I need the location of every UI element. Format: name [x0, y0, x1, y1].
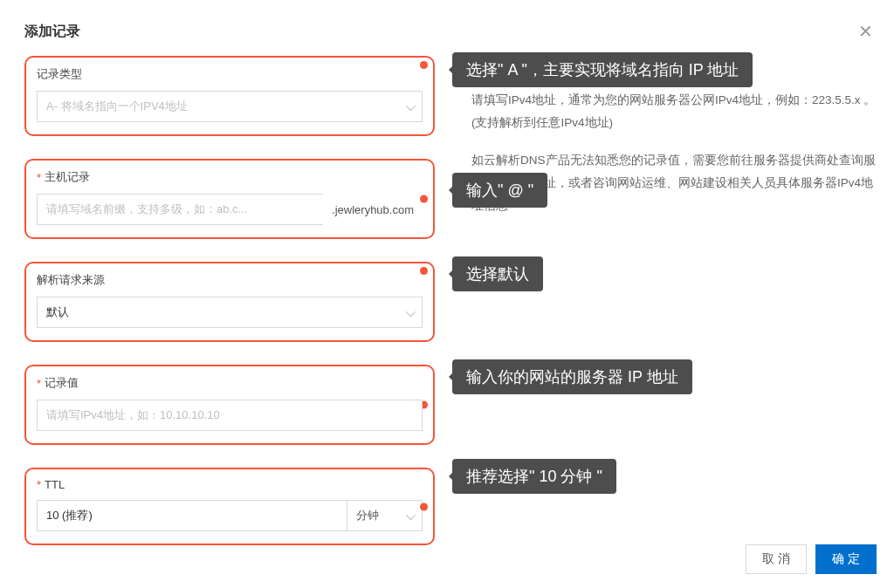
- ttl-label: * TTL: [37, 478, 423, 491]
- label-text: 记录类型: [37, 66, 82, 82]
- highlight-dot-icon: [420, 195, 428, 203]
- chevron-down-icon: [406, 509, 413, 523]
- form-column: 记录类型 A- 将域名指向一个IPV4地址 * 主机记录 请填写域名前缀，支持多…: [24, 56, 435, 530]
- confirm-button[interactable]: 确 定: [815, 544, 877, 574]
- tooltip-record-value: 输入你的网站的服务器 IP 地址: [452, 359, 692, 394]
- host-record-input[interactable]: 请填写域名前缀，支持多级，如：ab.c...: [37, 194, 323, 225]
- dialog-body: 记录类型 A- 将域名指向一个IPV4地址 * 主机记录 请填写域名前缀，支持多…: [24, 56, 877, 530]
- dialog-title: 添加记录: [24, 23, 80, 41]
- close-icon[interactable]: ✕: [855, 21, 877, 42]
- ttl-input-wrap: 10 (推荐) 分钟: [37, 500, 423, 531]
- cancel-button[interactable]: 取 消: [746, 544, 807, 574]
- highlight-dot-icon: [420, 503, 428, 510]
- host-record-input-wrap: 请填写域名前缀，支持多级，如：ab.c... .jewleryhub.com: [37, 194, 423, 225]
- label-text: 记录值: [45, 375, 79, 391]
- highlight-dot-icon: [420, 267, 428, 275]
- ttl-value: 10 (推荐): [46, 508, 93, 523]
- label-text: 主机记录: [45, 169, 90, 185]
- host-record-label: * 主机记录: [37, 169, 423, 185]
- chevron-down-icon: [406, 100, 413, 113]
- select-value: 默认: [46, 304, 69, 320]
- select-value: A- 将域名指向一个IPV4地址: [46, 99, 188, 114]
- label-text: 解析请求来源: [37, 272, 105, 288]
- required-asterisk: *: [37, 377, 41, 390]
- label-text: TTL: [45, 478, 65, 491]
- add-record-dialog: 添加记录 ✕ 记录类型 A- 将域名指向一个IPV4地址 * 主: [0, 0, 894, 588]
- required-asterisk: *: [37, 171, 41, 184]
- tooltip-record-type: 选择" A "，主要实现将域名指向 IP 地址: [452, 52, 753, 87]
- request-source-group: 解析请求来源 默认: [24, 262, 435, 342]
- record-value-label: * 记录值: [37, 375, 423, 391]
- chevron-down-icon: [406, 306, 413, 319]
- request-source-select[interactable]: 默认: [37, 297, 423, 328]
- input-placeholder: 请填写IPv4地址，如：10.10.10.10: [46, 407, 220, 423]
- ttl-input[interactable]: 10 (推荐): [37, 500, 347, 531]
- ttl-unit-select[interactable]: 分钟: [347, 500, 423, 531]
- tooltip-ttl: 推荐选择" 10 分钟 ": [452, 459, 616, 494]
- tooltip-host-record: 输入" @ ": [452, 173, 547, 208]
- input-placeholder: 请填写域名前缀，支持多级，如：ab.c...: [46, 202, 247, 217]
- host-record-group: * 主机记录 请填写域名前缀，支持多级，如：ab.c... .jewleryhu…: [24, 159, 435, 239]
- domain-suffix: .jewleryhub.com: [323, 194, 423, 225]
- dialog-footer: 取 消 确 定: [746, 544, 877, 574]
- ttl-group: * TTL 10 (推荐) 分钟: [24, 468, 435, 545]
- record-type-label: 记录类型: [37, 66, 423, 82]
- record-value-input[interactable]: 请填写IPv4地址，如：10.10.10.10: [37, 400, 423, 431]
- dialog-header: 添加记录 ✕: [24, 21, 877, 42]
- required-asterisk: *: [37, 478, 41, 491]
- help-panel-desc-1: 请填写IPv4地址，通常为您的网站服务器公网IPv4地址，例如：223.5.5.…: [471, 89, 877, 133]
- highlight-dot-icon: [420, 61, 428, 69]
- record-value-group: * 记录值 请填写IPv4地址，如：10.10.10.10: [24, 365, 435, 445]
- record-type-select[interactable]: A- 将域名指向一个IPV4地址: [37, 91, 423, 122]
- ttl-unit-value: 分钟: [356, 508, 379, 523]
- tooltip-request-source: 选择默认: [452, 256, 543, 291]
- request-source-label: 解析请求来源: [37, 272, 423, 288]
- record-type-group: 记录类型 A- 将域名指向一个IPV4地址: [24, 56, 435, 136]
